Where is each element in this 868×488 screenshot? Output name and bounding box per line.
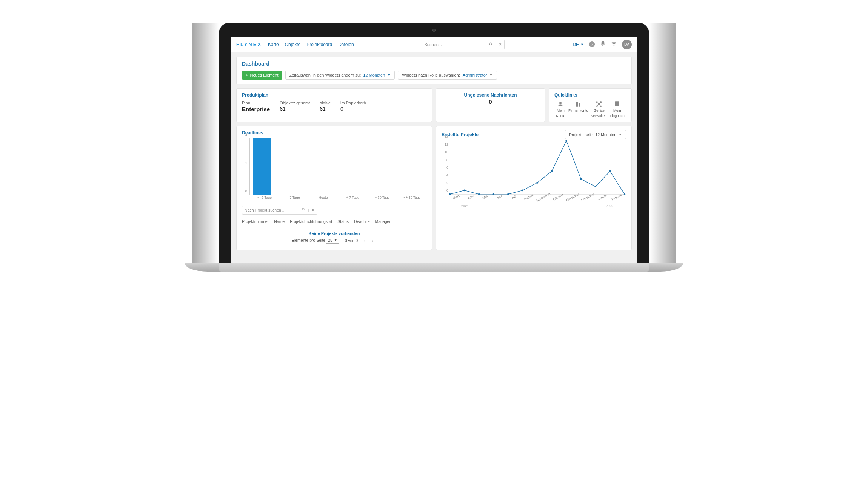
messages-title: Ungelesene Nachrichten — [442, 92, 539, 98]
objects-total: 61 — [280, 106, 310, 112]
svg-point-27 — [595, 186, 597, 187]
dashboard-header: Dashboard + Neues Element Zeitauswahl in… — [236, 57, 632, 84]
year-right: 2022 — [606, 204, 613, 208]
search-icon[interactable] — [489, 42, 493, 47]
role-selector[interactable]: Widgets nach Rolle auswählen: Administra… — [398, 71, 497, 80]
clear-icon[interactable]: ✕ — [311, 208, 315, 212]
plan-value: Enterprise — [242, 106, 270, 112]
svg-line-12 — [598, 105, 599, 106]
quicklinks-panel: Quicklinks Mein Konto Firmenkonto — [549, 88, 632, 122]
language-selector[interactable]: DE▼ — [573, 42, 584, 47]
svg-point-8 — [600, 105, 602, 107]
avatar[interactable]: DA — [622, 40, 632, 49]
svg-line-13 — [600, 105, 600, 106]
productplan-title: Produktplan: — [242, 92, 426, 98]
plus-icon: + — [246, 73, 248, 77]
svg-line-15 — [304, 210, 305, 211]
quicklink-company[interactable]: Firmenkonto — [568, 101, 588, 118]
nav-karte[interactable]: Karte — [268, 42, 279, 47]
deadlines-panel: Deadlines 012 > - 7 Tage- 7 TageHeute+ 7… — [236, 126, 432, 250]
svg-point-6 — [600, 101, 602, 103]
filter-icon[interactable] — [611, 41, 617, 48]
svg-point-18 — [463, 189, 465, 191]
search-input[interactable]: Suchen... | ✕ — [422, 40, 505, 49]
deadlines-chart: 012 > - 7 Tage- 7 TageHeute+ 7 Tage+ 30 … — [248, 138, 426, 203]
svg-line-10 — [598, 103, 599, 103]
drone-icon — [596, 101, 602, 107]
book-icon — [614, 101, 620, 107]
page-size-select[interactable]: 25 ▼ — [326, 238, 339, 244]
page-range: 0 von 0 — [345, 238, 358, 243]
svg-point-25 — [565, 140, 567, 141]
projects-panel: Erstellte Projekte Projekte seit : 12 Mo… — [436, 126, 632, 250]
svg-point-7 — [596, 105, 598, 107]
quicklink-account[interactable]: Mein Konto — [556, 101, 565, 118]
svg-point-22 — [522, 189, 524, 191]
project-search-input[interactable]: Nach Projekt suchen ... | ✕ — [242, 206, 317, 215]
nav-dateien[interactable]: Dateien — [338, 42, 354, 47]
svg-point-5 — [596, 101, 598, 103]
help-icon[interactable]: ? — [589, 41, 595, 47]
prev-page-button[interactable]: ‹ — [364, 238, 368, 243]
page-title: Dashboard — [242, 61, 626, 67]
clear-icon[interactable]: ✕ — [499, 42, 502, 47]
messages-count: 0 — [442, 98, 539, 105]
deadlines-table-header: Projektnummer Name Projektdurchführungso… — [242, 217, 426, 226]
brand-logo: FLYNEX — [236, 41, 262, 47]
productplan-panel: Produktplan: Plan Enterprise Objekte: ge… — [236, 88, 432, 122]
topbar: FLYNEX Karte Objekte Projektboard Dateie… — [231, 37, 637, 52]
svg-point-28 — [609, 170, 611, 172]
search-placeholder: Suchen... — [424, 42, 442, 47]
building-icon — [575, 101, 582, 107]
svg-point-26 — [580, 178, 582, 180]
svg-point-14 — [302, 208, 305, 210]
time-selector[interactable]: Zeitauswahl in den Widgets ändern zu: 12… — [285, 71, 395, 80]
svg-rect-3 — [613, 43, 616, 44]
nav-objekte[interactable]: Objekte — [285, 42, 300, 47]
quicklink-devices[interactable]: Geräte verwalten — [591, 101, 607, 118]
svg-point-23 — [536, 182, 538, 184]
svg-line-1 — [491, 45, 492, 46]
bell-icon[interactable] — [600, 41, 606, 48]
nav-projektboard[interactable]: Projektboard — [306, 42, 332, 47]
svg-rect-4 — [613, 45, 615, 46]
objects-active: 61 — [320, 106, 331, 112]
svg-rect-2 — [612, 42, 616, 43]
svg-line-11 — [600, 103, 600, 103]
quicklink-logbook[interactable]: Mein Flugbuch — [610, 101, 625, 118]
paginator: Elemente pro Seite 25 ▼ 0 von 0 ‹ › — [242, 238, 426, 246]
deadlines-empty: Keine Projekte vorhanden — [242, 226, 426, 238]
messages-panel[interactable]: Ungelesene Nachrichten 0 — [436, 88, 545, 122]
user-icon — [557, 101, 564, 107]
search-icon[interactable] — [302, 207, 306, 212]
projects-chart: 02468101214 MärzAprilMaiJuniJuliAugustSe… — [450, 141, 625, 205]
next-page-button[interactable]: › — [372, 238, 377, 243]
svg-point-24 — [551, 170, 553, 172]
svg-point-0 — [489, 43, 492, 45]
projects-filter[interactable]: Projekte seit : 12 Monaten ▼ — [565, 130, 626, 139]
year-left: 2021 — [461, 204, 469, 208]
objects-trash: 0 — [340, 106, 366, 112]
new-element-button[interactable]: + Neues Element — [242, 71, 282, 80]
